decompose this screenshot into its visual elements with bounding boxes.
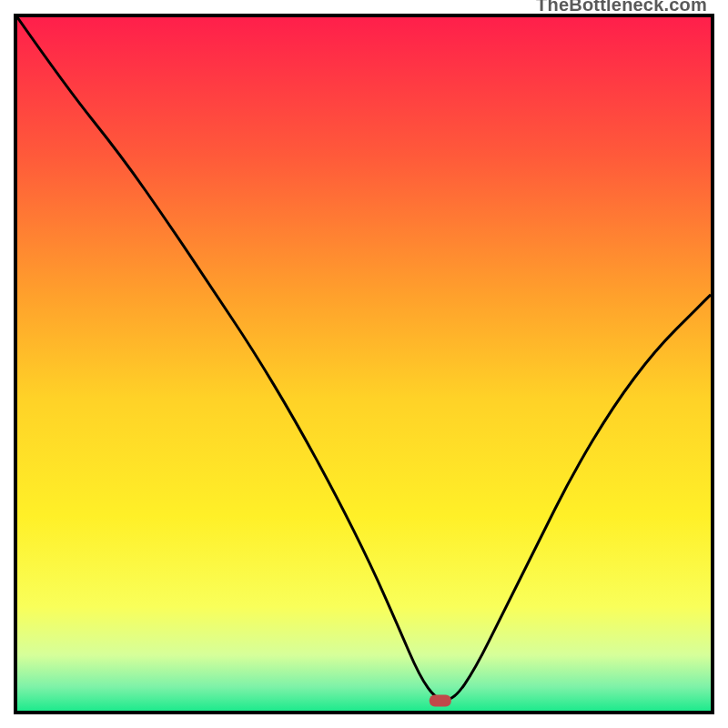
watermark-text: TheBottleneck.com xyxy=(536,0,707,15)
chart-frame: TheBottleneck.com xyxy=(14,14,714,714)
bottleneck-chart xyxy=(17,17,711,711)
chart-background xyxy=(17,17,711,711)
optimal-marker xyxy=(430,695,451,707)
